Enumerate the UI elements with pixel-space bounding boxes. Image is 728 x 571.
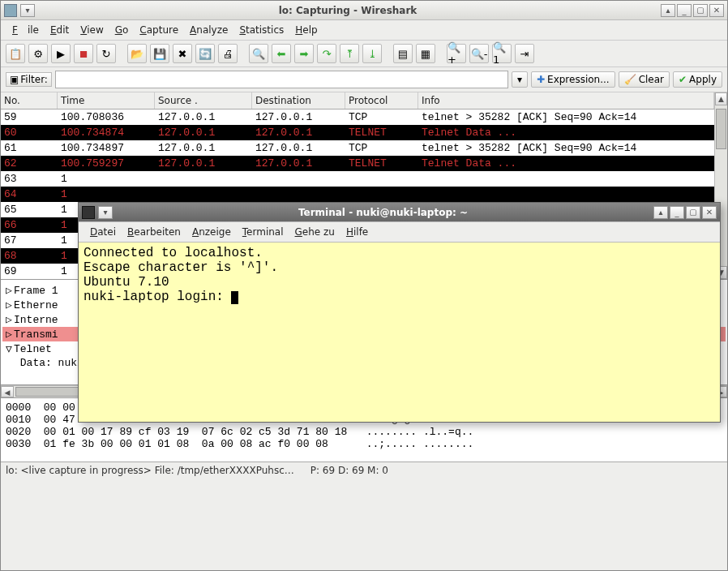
filter-label-button[interactable]: ▣ Filter: (6, 72, 52, 87)
terminal-title: Terminal - nuki@nuki-laptop: ~ (113, 207, 653, 218)
menu-statistics[interactable]: Statistics (234, 23, 289, 37)
filter-dropdown-button[interactable]: ▾ (512, 71, 528, 88)
open-button[interactable]: 📂 (127, 44, 147, 63)
packet-row[interactable]: 641 (1, 187, 727, 202)
term-menu-datei[interactable]: Datei (85, 225, 121, 239)
expand-icon[interactable]: ▷ (4, 328, 14, 341)
clear-button[interactable]: 🧹Clear (619, 71, 670, 88)
menu-go[interactable]: Go (110, 23, 134, 37)
maximize-button[interactable]: ▢ (693, 4, 708, 17)
terminal-icon (82, 206, 95, 219)
options-button[interactable]: ⚙ (28, 44, 48, 63)
titlebar[interactable]: ▾ lo: Capturing - Wireshark ▴ _ ▢ ✕ (1, 1, 727, 20)
apply-button[interactable]: ✔Apply (673, 71, 722, 88)
go-forward-button[interactable]: ➡ (294, 44, 314, 63)
hex-line: 0030 01 fe 3b 00 00 01 01 08 0a 00 08 ac… (6, 438, 722, 450)
shade-button[interactable]: ▴ (661, 4, 675, 17)
status-bar: lo: <live capture in progress> File: /tm… (1, 462, 727, 479)
scroll-up-icon[interactable]: ▲ (715, 92, 727, 105)
menu-view[interactable]: View (75, 23, 108, 37)
go-first-button[interactable]: ⤒ (340, 44, 359, 63)
col-destination[interactable]: Destination (252, 92, 345, 109)
terminal-line: nuki-laptop login: (84, 290, 715, 304)
col-source[interactable]: Source . (155, 92, 252, 109)
col-info[interactable]: Info (418, 92, 714, 109)
hex-line: 0020 00 01 00 17 89 cf 03 19 07 6c 02 c5… (6, 426, 722, 438)
start-capture-button[interactable]: ▶ (51, 44, 71, 63)
interfaces-button[interactable]: 📋 (6, 44, 25, 63)
col-no[interactable]: No. (1, 92, 58, 109)
cursor (231, 291, 238, 304)
terminal-minimize-button[interactable]: _ (670, 206, 684, 219)
term-menu-terminal[interactable]: Terminal (238, 225, 289, 239)
terminal-titlebar[interactable]: ▾ Terminal - nuki@nuki-laptop: ~ ▴ _ ▢ ✕ (79, 203, 720, 222)
terminal-line: Ubuntu 7.10 (84, 275, 715, 290)
terminal-line: Connected to localhost. (84, 246, 715, 260)
reload-button[interactable]: 🔄 (195, 44, 215, 63)
scroll-left-icon[interactable]: ◀ (1, 386, 14, 397)
close-file-button[interactable]: ✖ (173, 44, 192, 63)
auto-scroll-button[interactable]: ▦ (416, 44, 435, 63)
packet-row[interactable]: 60100.734874127.0.0.1127.0.0.1TELNETTeln… (1, 125, 727, 140)
expand-icon[interactable]: ▷ (4, 284, 14, 297)
terminal-pin-button[interactable]: ▾ (98, 206, 113, 219)
terminal-menubar: Datei Bearbeiten Anzeige Terminal Gehe z… (79, 222, 720, 243)
terminal-maximize-button[interactable]: ▢ (686, 206, 700, 219)
terminal-line: Escape character is '^]'. (84, 260, 715, 275)
app-icon (4, 4, 17, 17)
expand-icon[interactable]: ▷ (4, 313, 14, 326)
terminal-shade-button[interactable]: ▴ (653, 206, 668, 219)
go-back-button[interactable]: ⬅ (272, 44, 291, 63)
restart-capture-button[interactable]: ↻ (96, 44, 116, 63)
filter-bar: ▣ Filter: ▾ ✚Expression... 🧹Clear ✔Apply (1, 67, 727, 92)
scroll-thumb[interactable] (716, 109, 726, 149)
filter-input[interactable] (55, 71, 508, 88)
menubar: File Edit View Go Capture Analyze Statis… (1, 20, 727, 41)
go-last-button[interactable]: ⤓ (362, 44, 382, 63)
packet-row[interactable]: 59100.708036127.0.0.1127.0.0.1TCPtelnet … (1, 109, 727, 125)
menu-file[interactable]: File (7, 23, 44, 37)
minimize-button[interactable]: _ (677, 4, 692, 17)
term-menu-hilfe[interactable]: Hilfe (341, 225, 373, 239)
term-menu-bearbeiten[interactable]: Bearbeiten (122, 225, 186, 239)
terminal-close-button[interactable]: ✕ (702, 206, 717, 219)
term-menu-anzeige[interactable]: Anzeige (187, 225, 236, 239)
col-protocol[interactable]: Protocol (345, 92, 418, 109)
expand-icon[interactable]: ▷ (4, 298, 14, 311)
print-button[interactable]: 🖨 (218, 44, 238, 63)
go-to-packet-button[interactable]: ↷ (317, 44, 336, 63)
menu-help[interactable]: Help (290, 23, 322, 37)
term-menu-gehezu[interactable]: Gehe zu (290, 225, 340, 239)
status-right: P: 69 D: 69 M: 0 (310, 465, 388, 476)
colorize-button[interactable]: ▤ (393, 44, 413, 63)
stop-capture-button[interactable]: ⏹ (74, 44, 93, 63)
save-button[interactable]: 💾 (150, 44, 169, 63)
resize-columns-button[interactable]: ⇥ (515, 44, 534, 63)
menu-edit[interactable]: Edit (45, 23, 74, 37)
window-title: lo: Capturing - Wireshark (35, 5, 661, 16)
zoom-reset-button[interactable]: 🔍1 (492, 44, 512, 63)
packet-row[interactable]: 62100.759297127.0.0.1127.0.0.1TELNETTeln… (1, 156, 727, 171)
packet-row[interactable]: 631 (1, 171, 727, 187)
packet-row[interactable]: 61100.734897127.0.0.1127.0.0.1TCPtelnet … (1, 140, 727, 156)
zoom-out-button[interactable]: 🔍- (469, 44, 489, 63)
find-button[interactable]: 🔍 (249, 44, 268, 63)
close-button[interactable]: ✕ (709, 4, 724, 17)
menu-capture[interactable]: Capture (135, 23, 183, 37)
expand-icon[interactable]: ▽ (4, 342, 14, 355)
zoom-in-button[interactable]: 🔍+ (447, 44, 466, 63)
col-time[interactable]: Time (58, 92, 155, 109)
status-left: lo: <live capture in progress> File: /tm… (6, 465, 294, 476)
terminal-window[interactable]: ▾ Terminal - nuki@nuki-laptop: ~ ▴ _ ▢ ✕… (78, 202, 721, 423)
menu-analyze[interactable]: Analyze (185, 23, 233, 37)
filter-icon: ▣ (10, 74, 19, 85)
packet-list-header[interactable]: No. Time Source . Destination Protocol I… (1, 92, 727, 109)
toolbar: 📋 ⚙ ▶ ⏹ ↻ 📂 💾 ✖ 🔄 🖨 🔍 ⬅ ➡ ↷ ⤒ ⤓ ▤ ▦ 🔍+ 🔍… (1, 41, 727, 67)
pin-button[interactable]: ▾ (20, 4, 35, 17)
filter-label: Filter: (20, 74, 48, 85)
expression-button[interactable]: ✚Expression... (531, 71, 615, 88)
terminal-body[interactable]: Connected to localhost.Escape character … (79, 243, 720, 422)
